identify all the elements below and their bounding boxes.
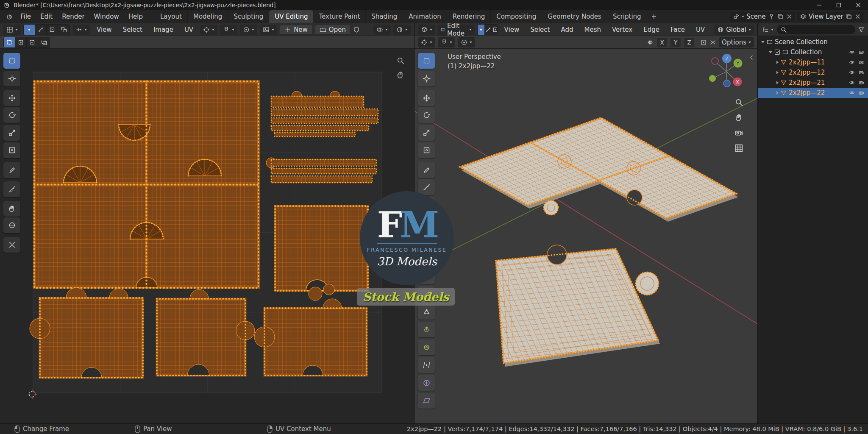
auto-merge-icon[interactable] (709, 39, 716, 46)
viewport-zoom-gizmo[interactable] (733, 96, 745, 108)
outliner-editor-type-button[interactable] (761, 25, 774, 35)
viewport-canvas[interactable]: User Perspective (1) 2x2jpp—22 Z Y X (415, 49, 757, 423)
gizmo-neg-z-ball[interactable] (723, 80, 730, 87)
tool-relax[interactable] (3, 217, 20, 233)
tool-pinch[interactable] (3, 237, 20, 253)
vp-snapping-button[interactable] (438, 37, 455, 47)
select-mode-face-button[interactable] (492, 25, 498, 35)
tool-annotate[interactable] (3, 162, 20, 178)
tool-cursor[interactable] (418, 71, 435, 86)
uv-scene[interactable] (0, 49, 414, 423)
gizmo-neg-y-ball[interactable] (709, 75, 716, 82)
image-browse-button[interactable] (260, 25, 277, 35)
vp-menu-uv[interactable]: UV (692, 23, 709, 36)
eye-icon[interactable] (849, 49, 855, 55)
open-image-button[interactable]: Open (315, 25, 351, 35)
menu-file[interactable]: File (16, 10, 35, 23)
object-row[interactable]: 2x2jpp—21 (758, 78, 868, 88)
tool-scale[interactable] (418, 125, 435, 141)
pin-icon[interactable] (768, 13, 775, 20)
tab-modeling[interactable]: Modeling (188, 10, 228, 23)
uv-menu-view[interactable]: View (92, 23, 116, 36)
new-image-button[interactable]: New (280, 25, 312, 35)
tool-cursor[interactable] (3, 71, 20, 86)
sidebar-collapse-button[interactable] (748, 53, 756, 62)
tool-move[interactable] (3, 90, 20, 106)
blender-app-menu-button[interactable] (3, 10, 15, 23)
uv-select-edge-button[interactable] (35, 25, 47, 35)
close-button[interactable] (849, 0, 868, 10)
camera-icon[interactable] (859, 90, 865, 96)
disclosure-icon[interactable] (776, 61, 779, 64)
disclosure-icon[interactable] (769, 51, 772, 53)
menu-edit[interactable]: Edit (36, 10, 57, 23)
snap-target-icon[interactable] (700, 39, 707, 46)
viewport-ortho-gizmo[interactable] (733, 142, 745, 154)
tab-compositing[interactable]: Compositing (491, 10, 542, 23)
scene-collection-row[interactable]: Scene Collection (758, 37, 868, 47)
tool-inset-faces[interactable] (418, 233, 435, 248)
tool-knife[interactable] (418, 286, 435, 302)
uv-menu-uv[interactable]: UV (180, 23, 198, 36)
tool-scale[interactable] (3, 125, 20, 141)
eye-icon[interactable] (849, 59, 855, 65)
camera-icon[interactable] (859, 49, 865, 55)
tool-bevel[interactable] (418, 250, 435, 266)
tool-add-cube[interactable] (418, 197, 435, 213)
camera-icon[interactable] (859, 70, 865, 75)
uv-island-strips-mid[interactable] (266, 158, 376, 183)
uv-island-main[interactable] (34, 81, 259, 288)
tool-move[interactable] (418, 90, 435, 106)
tab-uv-editing[interactable]: UV Editing (269, 10, 313, 23)
tab-animation[interactable]: Animation (403, 10, 447, 23)
tool-option-intersect-button[interactable] (38, 37, 50, 47)
shield-icon[interactable] (353, 26, 360, 33)
proportional-edit-button[interactable] (240, 25, 257, 35)
vp-menu-mesh[interactable]: Mesh (580, 23, 606, 36)
tool-shrink-fatten[interactable] (418, 375, 435, 391)
scene-selector[interactable]: Scene (730, 12, 795, 22)
object-row[interactable]: 2x2jpp—11 (758, 57, 868, 67)
tool-option-set-button[interactable] (4, 37, 15, 47)
uv-sticky-select-button[interactable] (72, 25, 90, 35)
uv-editor-type-button[interactable] (3, 25, 21, 35)
vp-menu-select[interactable]: Select (526, 23, 554, 36)
menu-render[interactable]: Render (58, 10, 89, 23)
uv-select-face-button[interactable] (47, 25, 58, 35)
vp-menu-face[interactable]: Face (666, 23, 689, 36)
vp-pivot-button[interactable] (418, 37, 435, 47)
tool-rotate[interactable] (418, 107, 435, 123)
tool-smooth[interactable] (418, 339, 435, 355)
tool-spin[interactable] (418, 322, 435, 337)
uv-display-button[interactable] (393, 25, 411, 35)
select-mode-edge-button[interactable] (485, 25, 492, 35)
uv-canvas[interactable] (0, 49, 414, 423)
minimize-button[interactable] (810, 0, 829, 10)
tab-layout[interactable]: Layout (155, 10, 188, 23)
mode-dropdown[interactable]: Edit Mode (438, 25, 475, 35)
close-scene-icon[interactable] (786, 13, 793, 20)
tool-select-box[interactable] (3, 53, 20, 69)
tab-rendering[interactable]: Rendering (447, 10, 491, 23)
mirror-z-button[interactable]: Z (684, 38, 694, 47)
uv-select-island-button[interactable] (58, 25, 70, 35)
tool-measure[interactable] (3, 181, 20, 197)
uv-island-strips-top[interactable] (271, 91, 378, 136)
vp-proportional-button[interactable] (458, 37, 475, 47)
menu-help[interactable]: Help (124, 10, 147, 23)
mirror-x-button[interactable]: X (657, 38, 667, 47)
tool-option-subtract-button[interactable] (27, 37, 38, 47)
uv-menu-image[interactable]: Image (149, 23, 178, 36)
uv-island-piece-a[interactable] (30, 288, 143, 378)
tab-geometry-nodes[interactable]: Geometry Nodes (542, 10, 607, 23)
tool-rotate[interactable] (3, 107, 20, 123)
tool-annotate[interactable] (418, 162, 435, 178)
viewport-editor-type-button[interactable] (418, 25, 435, 35)
tool-grab[interactable] (3, 201, 20, 217)
outliner-search-input[interactable] (777, 25, 855, 34)
viewport-camera-gizmo[interactable] (733, 127, 745, 139)
tab-shading[interactable]: Shading (366, 10, 403, 23)
viewport-scene[interactable] (415, 49, 757, 423)
disclosure-icon[interactable] (776, 91, 779, 95)
new-scene-icon[interactable] (777, 13, 784, 20)
